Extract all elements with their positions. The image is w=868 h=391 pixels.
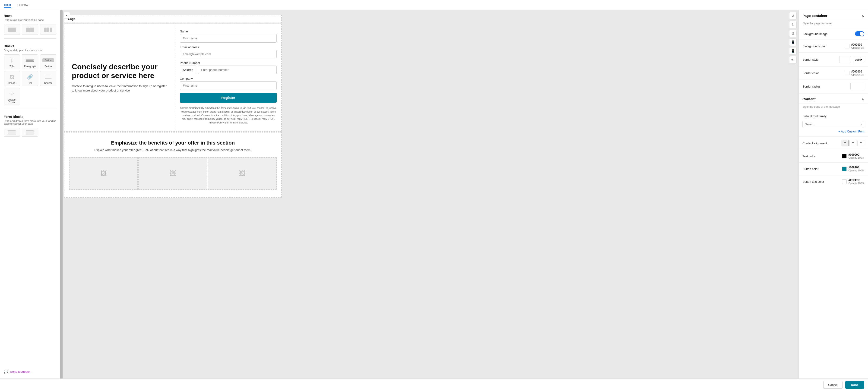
add-custom-font-link[interactable]: + Add Custom Font [838,130,864,133]
button-text-color-value[interactable]: #FFFFFF Opacity 100% [842,178,864,185]
button-color-opacity: Opacity 100% [848,169,864,172]
align-center-button[interactable]: ≡ [849,140,857,146]
background-color-label: Background color [802,44,826,48]
back-button[interactable]: ‹ [63,12,70,19]
content-title: Content [802,97,816,101]
logo-label: Logo [64,15,281,23]
text-color-value[interactable]: #000000 Opacity 100% [842,153,864,159]
align-right-button[interactable]: ≡ [857,140,864,146]
border-style-label: Border style [802,58,818,61]
button-text-color-section: Button text color #FFFFFF Opacity 100% [799,175,868,188]
hero-left: Concisely describe your product or servi… [64,24,175,131]
canvas-area: ↺ ↻ 🖥 📱 📱 👁 ‹ Logo Concisely describe yo… [60,10,799,379]
main-layout: Rows Drag a row into your landing page B… [0,10,868,379]
rows-title: Rows [4,14,56,18]
image-icon-2: 🖼 [169,169,176,177]
bottom-bar: Cancel Done [0,379,868,391]
text-color-hex: #000000 [848,153,864,156]
border-width-input[interactable] [839,56,851,63]
benefits-desc: Explain what makes your offer great. Tal… [69,148,277,152]
background-color-value[interactable]: #000000 Opacity 0% [845,43,864,49]
form-block-1[interactable] [4,128,20,137]
text-color-row: Text color #000000 Opacity 100% [802,153,864,159]
background-image-toggle[interactable] [855,31,864,36]
canvas-resize-handle[interactable] [60,10,63,379]
register-button[interactable]: Register [180,93,277,103]
block-button[interactable]: Button Button [40,55,56,69]
form-block-grid [4,128,56,137]
collapse-button[interactable]: ∧ [862,13,864,18]
desktop-view-button[interactable]: 🖥 [789,30,797,37]
blocks-title: Blocks [4,44,56,48]
canvas-inner: Logo Concisely describe your product or … [64,10,282,207]
button-text-color-row: Button text color #FFFFFF Opacity 100% [802,178,864,185]
form-name-input[interactable] [180,34,277,43]
right-panel: Page container ∧ Style the page containe… [799,10,868,379]
row-layout-3[interactable] [40,24,56,35]
block-image[interactable]: 🖼 Image [4,71,20,86]
phone-select-button[interactable]: Select ▾ [180,66,196,74]
benefits-title: Emphasize the benefits of your offer in … [69,140,277,146]
border-color-value[interactable]: #000000 Opacity 0% [845,70,864,76]
row-layout-1[interactable] [4,24,20,35]
border-style-row: Border style solid ▾ [802,56,864,63]
border-radius-row: Border radius [802,83,864,90]
align-left-button[interactable]: ≡ [842,140,848,146]
border-color-opacity: Opacity 0% [851,73,864,76]
cancel-button[interactable]: Cancel [823,381,842,389]
form-phone-label: Phone Number [180,61,277,65]
block-title[interactable]: T Title [4,55,20,69]
button-text-color-swatch [842,179,847,184]
tab-preview[interactable]: Preview [17,2,29,8]
font-family-select[interactable]: Select... ▾ [802,121,864,128]
form-name-label: Name [180,30,277,33]
button-text-color-hex: #FFFFFF [848,178,864,182]
phone-number-input[interactable] [198,66,277,74]
row-layout-2[interactable] [22,24,38,35]
redo-button[interactable]: ↻ [789,21,797,28]
font-family-section: Default font family Select... ▾ + Add Cu… [799,111,868,137]
border-color-label: Border color [802,71,819,75]
border-style-controls: solid ▾ [839,56,864,63]
top-bar: Build Preview [0,0,868,10]
button-text-color-info: #FFFFFF Opacity 100% [848,178,864,185]
tab-build[interactable]: Build [4,2,11,8]
form-blocks-desc: Drag and drop a form block into your lan… [4,120,56,125]
block-spacer[interactable]: Spacer [40,71,56,86]
mobile-view-button[interactable]: 📱 [789,47,797,55]
block-custom-code[interactable]: </> Custom Code [4,88,20,105]
background-image-label: Background image [802,32,828,36]
button-color-value[interactable]: #008294 Opacity 100% [842,166,864,172]
border-radius-input[interactable] [850,83,864,90]
block-link[interactable]: 🔗 Link [22,71,38,86]
page-container-subtitle: Style the page container [799,21,868,28]
border-style-select[interactable]: solid ▾ [853,56,864,63]
rows-desc: Drag a row into your landing page [4,19,56,21]
content-header: Content ∧ [799,94,868,104]
done-button[interactable]: Done [845,381,865,389]
visibility-toggle-button[interactable]: 👁 [789,56,797,63]
feedback-label: Send feedback [10,370,30,373]
text-color-opacity: Opacity 100% [848,156,864,159]
image-placeholders: 🖼 🖼 🖼 [69,157,277,190]
image-placeholder-2: 🖼 [138,157,207,190]
left-sidebar: Rows Drag a row into your landing page B… [0,10,60,379]
block-paragraph[interactable]: Paragraph [22,55,38,69]
tablet-view-button[interactable]: 📱 [789,38,797,46]
image-icon-1: 🖼 [100,169,107,177]
form-company-input[interactable] [180,81,277,90]
background-color-info: #000000 Opacity 0% [851,43,864,49]
send-feedback-button[interactable]: 💬 Send feedback [4,367,56,375]
text-color-label: Text color [802,155,815,158]
form-company-label: Company [180,77,277,80]
button-color-section: Button color #008294 Opacity 100% [799,163,868,175]
sidebar-divider-2 [4,109,56,109]
form-block-2[interactable] [22,128,38,137]
background-color-row: Background color #000000 Opacity 0% [802,43,864,49]
row-layouts [4,24,56,35]
content-collapse-button[interactable]: ∧ [862,97,864,101]
form-email-input[interactable] [180,50,277,58]
form-company-group: Company [180,77,277,90]
undo-button[interactable]: ↺ [789,12,797,20]
text-color-swatch [842,154,847,158]
